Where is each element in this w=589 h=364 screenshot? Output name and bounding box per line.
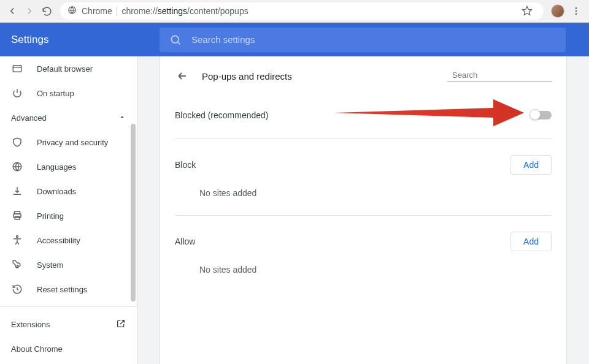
- sidebar-section-label: Advanced: [11, 113, 47, 123]
- allow-empty-message: No sites added: [175, 256, 552, 283]
- sidebar-item-extensions[interactable]: Extensions: [0, 312, 137, 336]
- settings-header: Settings: [0, 23, 589, 56]
- forward-button[interactable]: [21, 2, 38, 20]
- chevron-up-icon: [118, 113, 126, 123]
- block-label: Block: [175, 160, 196, 170]
- chrome-menu-icon[interactable]: [567, 2, 585, 20]
- main-area: Pop-ups and redirects Blocked (recommend…: [137, 56, 589, 364]
- toggle-label: Blocked (recommended): [175, 110, 269, 120]
- settings-body: Default browser On startup Advanced Priv…: [0, 56, 589, 364]
- search-icon: [169, 34, 182, 46]
- accessibility-icon: [11, 234, 23, 246]
- external-link-icon: [116, 319, 126, 330]
- reload-button[interactable]: [38, 2, 55, 20]
- profile-avatar[interactable]: [551, 4, 564, 18]
- sidebar-item-on-startup[interactable]: On startup: [0, 81, 137, 105]
- blocked-toggle-row: Blocked (recommended): [175, 100, 552, 130]
- divider: [175, 138, 552, 139]
- allow-label: Allow: [175, 237, 195, 246]
- shield-icon: [11, 136, 23, 148]
- url-label: Chrome: [82, 6, 112, 16]
- sidebar-section-advanced[interactable]: Advanced: [0, 105, 137, 130]
- svg-point-4: [171, 36, 179, 43]
- sidebar-item-label: Default browser: [37, 64, 93, 74]
- sidebar-item-label: Extensions: [11, 320, 50, 329]
- sidebar-item-privacy[interactable]: Privacy and security: [0, 130, 137, 154]
- svg-point-10: [17, 236, 18, 238]
- sidebar-item-default-browser[interactable]: Default browser: [0, 56, 137, 81]
- power-icon: [11, 87, 23, 99]
- block-empty-message: No sites added: [175, 180, 552, 207]
- page-search-input[interactable]: [452, 70, 555, 80]
- sidebar-item-printing[interactable]: Printing: [0, 203, 137, 228]
- settings-search[interactable]: [160, 28, 566, 52]
- block-section-header: Block Add: [175, 150, 552, 180]
- sidebar-item-label: About Chrome: [11, 344, 63, 354]
- restore-icon: [11, 283, 23, 295]
- sidebar-item-label: Privacy and security: [37, 138, 108, 147]
- back-button[interactable]: [4, 2, 21, 20]
- sidebar-item-label: Languages: [37, 162, 76, 172]
- browser-icon: [11, 63, 23, 75]
- allow-add-button[interactable]: Add: [510, 232, 552, 251]
- download-icon: [11, 185, 23, 197]
- allow-section-header: Allow Add: [175, 227, 552, 256]
- print-icon: [11, 210, 23, 222]
- sidebar-item-accessibility[interactable]: Accessibility: [0, 228, 137, 252]
- settings-search-input[interactable]: [191, 34, 556, 45]
- sidebar: Default browser On startup Advanced Priv…: [0, 56, 137, 364]
- sidebar-item-label: System: [37, 260, 63, 270]
- toggle-knob: [529, 109, 541, 120]
- settings-title: Settings: [0, 34, 160, 46]
- sidebar-item-label: Printing: [37, 211, 64, 221]
- card-header: Pop-ups and redirects: [175, 69, 552, 83]
- browser-toolbar: Chrome | chrome://settings/content/popup…: [0, 0, 589, 23]
- sidebar-item-downloads[interactable]: Downloads: [0, 179, 137, 203]
- svg-rect-5: [13, 66, 21, 72]
- site-info-icon[interactable]: [67, 6, 77, 17]
- sidebar-item-label: Downloads: [37, 187, 76, 196]
- sidebar-item-label: Accessibility: [37, 236, 80, 245]
- divider: [175, 215, 552, 216]
- sidebar-item-system[interactable]: System: [0, 252, 137, 277]
- popups-toggle[interactable]: [531, 111, 552, 119]
- bookmark-star-icon[interactable]: [518, 2, 536, 20]
- wrench-icon: [11, 259, 23, 271]
- page-title: Pop-ups and redirects: [202, 71, 292, 82]
- sidebar-item-reset[interactable]: Reset settings: [0, 277, 137, 301]
- address-bar[interactable]: Chrome | chrome://settings/content/popup…: [60, 2, 544, 20]
- svg-point-2: [576, 10, 577, 12]
- block-add-button[interactable]: Add: [510, 155, 552, 175]
- globe-icon: [11, 161, 23, 173]
- back-arrow-button[interactable]: [175, 69, 190, 83]
- settings-card: Pop-ups and redirects Blocked (recommend…: [160, 56, 567, 364]
- page-search[interactable]: [447, 70, 552, 82]
- svg-point-3: [576, 13, 577, 15]
- sidebar-item-languages[interactable]: Languages: [0, 154, 137, 179]
- svg-point-1: [576, 7, 577, 9]
- sidebar-item-label: On startup: [37, 89, 74, 98]
- sidebar-item-about[interactable]: About Chrome: [0, 336, 137, 361]
- scrollbar-thumb[interactable]: [131, 124, 136, 301]
- sidebar-item-label: Reset settings: [37, 285, 87, 294]
- divider: [0, 306, 137, 307]
